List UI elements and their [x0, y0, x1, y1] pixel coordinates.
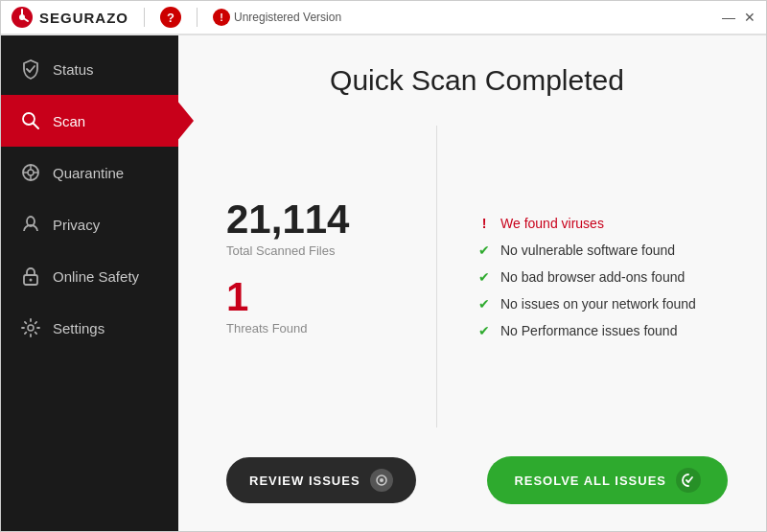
sidebar-item-privacy[interactable]: Privacy — [1, 198, 178, 250]
check-network-text: No issues on your network found — [500, 296, 696, 312]
logo-text: SEGURAZO — [39, 10, 128, 26]
svg-point-12 — [30, 279, 33, 282]
warn-icon: ! — [476, 215, 493, 232]
title-bar-controls: — ✕ — [722, 11, 756, 24]
resolve-icon — [676, 468, 701, 493]
title-divider — [144, 8, 145, 27]
close-button[interactable]: ✕ — [743, 11, 756, 24]
check-viruses-text: We found viruses — [500, 216, 604, 231]
review-icon — [370, 469, 393, 492]
total-files-label: Total Scanned Files — [226, 243, 335, 258]
page-title: Quick Scan Completed — [226, 64, 728, 97]
check-ok-icon-network: ✔ — [476, 295, 493, 312]
svg-line-3 — [34, 124, 39, 129]
check-ok-icon-addons: ✔ — [476, 268, 493, 286]
total-files-number: 21,114 — [226, 199, 349, 240]
threats-label: Threats Found — [226, 321, 308, 335]
svg-point-1 — [19, 14, 25, 20]
check-ok-icon-software: ✔ — [476, 242, 493, 259]
check-addons-text: No bad browser add-ons found — [500, 269, 685, 285]
privacy-icon — [20, 214, 41, 235]
resolve-issues-label: RESOLVE ALL ISSUES — [514, 474, 666, 488]
sidebar-item-status[interactable]: Status — [1, 43, 178, 95]
check-addons: ✔ No bad browser add-ons found — [476, 268, 696, 286]
review-issues-label: REVIEW ISSUES — [249, 474, 360, 488]
help-icon[interactable]: ? — [160, 7, 181, 28]
check-network: ✔ No issues on your network found — [476, 295, 696, 312]
sidebar-quarantine-label: Quarantine — [53, 165, 124, 181]
check-performance-text: No Performance issues found — [500, 323, 677, 338]
main-layout: Status Scan Qu — [1, 35, 766, 532]
sidebar-status-label: Status — [53, 61, 94, 78]
check-software-text: No vulnerable software found — [500, 243, 675, 258]
threats-number: 1 — [226, 277, 248, 317]
sidebar: Status Scan Qu — [1, 35, 178, 532]
sidebar-item-online-safety[interactable]: Online Safety — [1, 250, 178, 302]
scan-results: 21,114 Total Scanned Files 1 Threats Fou… — [226, 126, 728, 428]
sidebar-item-quarantine[interactable]: Quarantine — [1, 147, 178, 198]
svg-point-15 — [380, 478, 384, 482]
scan-icon — [20, 110, 41, 131]
unregistered-warning: ! Unregistered Version — [213, 9, 341, 26]
check-ok-icon-performance: ✔ — [476, 322, 493, 339]
title-bar-left: SEGURAZO ? ! Unregistered Version — [11, 6, 341, 29]
svg-point-13 — [28, 325, 34, 331]
title-bar: SEGURAZO ? ! Unregistered Version — ✕ — [1, 1, 766, 35]
unregistered-text: Unregistered Version — [234, 11, 341, 24]
minimize-button[interactable]: — — [722, 11, 735, 24]
quarantine-icon — [20, 162, 41, 183]
lock-icon — [20, 266, 41, 287]
sidebar-online-safety-label: Online Safety — [53, 268, 139, 285]
check-viruses: ! We found viruses — [476, 215, 696, 232]
scan-stats: 21,114 Total Scanned Files 1 Threats Fou… — [226, 126, 437, 428]
bottom-actions: REVIEW ISSUES RESOLVE ALL ISSUES — [226, 456, 728, 504]
content-area: Quick Scan Completed 21,114 Total Scanne… — [178, 35, 766, 532]
review-issues-button[interactable]: REVIEW ISSUES — [226, 457, 416, 503]
logo-icon — [11, 6, 34, 29]
sidebar-settings-label: Settings — [53, 320, 105, 336]
check-performance: ✔ No Performance issues found — [476, 322, 696, 339]
scan-checks: ! We found viruses ✔ No vulnerable softw… — [437, 126, 696, 428]
check-software: ✔ No vulnerable software found — [476, 242, 696, 259]
warning-icon: ! — [213, 9, 230, 26]
sidebar-item-settings[interactable]: Settings — [1, 302, 178, 354]
shield-icon — [20, 58, 41, 80]
logo-area: SEGURAZO — [11, 6, 128, 29]
sidebar-item-scan[interactable]: Scan — [1, 95, 178, 147]
title-divider2 — [197, 8, 198, 27]
sidebar-privacy-label: Privacy — [53, 217, 100, 233]
sidebar-scan-label: Scan — [53, 113, 85, 129]
resolve-all-issues-button[interactable]: RESOLVE ALL ISSUES — [487, 456, 728, 504]
svg-point-5 — [28, 170, 34, 175]
gear-icon — [20, 317, 41, 338]
